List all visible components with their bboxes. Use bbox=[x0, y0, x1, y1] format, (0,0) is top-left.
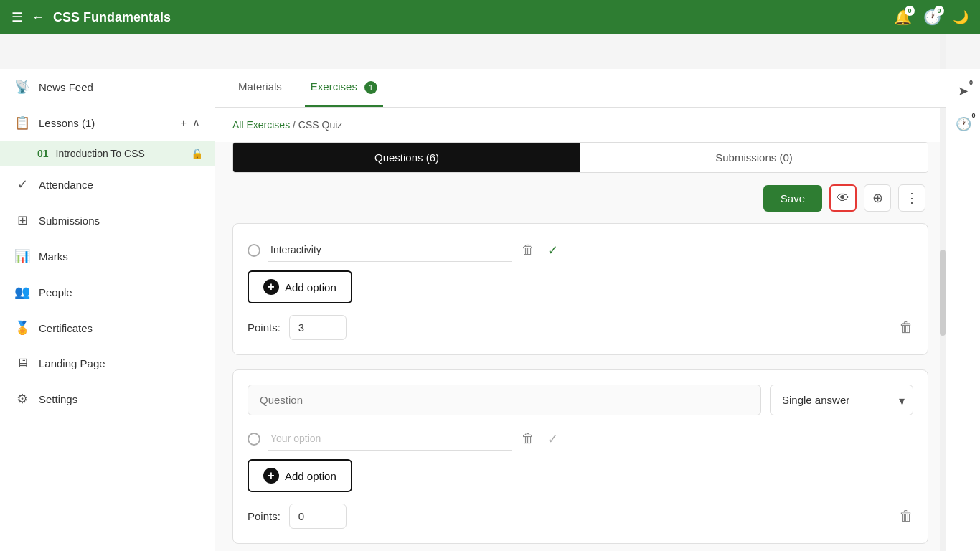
people-icon: 👥 bbox=[14, 284, 30, 300]
sidebar-attendance-label: Attendance bbox=[39, 179, 200, 191]
lessons-add-icon[interactable]: + bbox=[180, 116, 187, 129]
add-option-button-2[interactable]: + Add option bbox=[248, 459, 352, 492]
save-button[interactable]: Save bbox=[763, 185, 822, 212]
lesson-sub-item[interactable]: 01 Introduction To CSS 🔒 bbox=[0, 141, 215, 166]
answer-type-wrapper-2: Single answer Multiple answer Short answ… bbox=[770, 385, 913, 415]
add-option-plus-icon-2: + bbox=[263, 468, 279, 484]
questions-area: Questions (6) Submissions (0) Save 👁 ⊕ ⋮ bbox=[215, 142, 946, 551]
eye-icon: 👁 bbox=[837, 191, 849, 206]
points-row-2: Points: 🗑 bbox=[248, 504, 913, 529]
more-options-button[interactable]: ⋮ bbox=[898, 184, 925, 212]
submissions-tab-btn[interactable]: Submissions (0) bbox=[580, 143, 928, 172]
landing-page-icon: 🖥 bbox=[14, 356, 30, 371]
lock-icon: 🔒 bbox=[191, 148, 203, 159]
theme-toggle-icon[interactable]: 🌙 bbox=[953, 9, 969, 25]
points-label-1: Points: bbox=[248, 321, 281, 334]
lessons-controls: + ∧ bbox=[180, 116, 200, 129]
lessons-icon: 📋 bbox=[14, 115, 30, 131]
delete-option-1-btn[interactable]: 🗑 bbox=[519, 240, 537, 260]
preview-button[interactable]: 👁 bbox=[829, 184, 857, 212]
option-radio-2[interactable] bbox=[248, 433, 260, 446]
correct-option-2-btn[interactable]: ✓ bbox=[545, 428, 561, 450]
sidebar-item-landing-page[interactable]: 🖥 Landing Page bbox=[0, 346, 215, 381]
sidebar-marks-label: Marks bbox=[39, 250, 200, 263]
points-row-1: Points: 🗑 bbox=[248, 315, 913, 340]
lessons-label: Lessons (1) bbox=[39, 117, 180, 129]
delete-option-2-btn[interactable]: 🗑 bbox=[519, 428, 537, 449]
tabs-bar: Materials Exercises 1 bbox=[215, 69, 946, 108]
correct-option-1-btn[interactable]: ✓ bbox=[545, 240, 561, 261]
breadcrumb-current: CSS Quiz bbox=[298, 119, 342, 131]
tab-materials[interactable]: Materials bbox=[232, 69, 288, 107]
menu-icon[interactable]: ☰ bbox=[11, 9, 23, 25]
rp-send-icon[interactable]: ➤ 0 bbox=[952, 77, 974, 105]
topbar-right: 🔔 0 🕐 0 🌙 bbox=[894, 9, 969, 26]
points-input-2[interactable] bbox=[289, 504, 347, 529]
sidebar-item-attendance[interactable]: ✓ Attendance bbox=[0, 166, 215, 202]
option-radio-1[interactable] bbox=[248, 244, 260, 257]
delete-question-1-btn[interactable]: 🗑 bbox=[899, 319, 913, 336]
rp-send-badge: 0 bbox=[969, 79, 973, 86]
qs-toggle: Questions (6) Submissions (0) bbox=[232, 142, 928, 173]
sidebar-item-certificates[interactable]: 🏅 Certificates bbox=[0, 310, 215, 346]
question-card-2: Single answer Multiple answer Short answ… bbox=[232, 369, 928, 544]
scrollbar-thumb[interactable] bbox=[940, 250, 946, 336]
clock-icon: 🕐 bbox=[956, 116, 971, 132]
add-option-label-1: Add option bbox=[285, 281, 336, 293]
back-icon[interactable]: ← bbox=[32, 10, 44, 25]
breadcrumb-all-exercises[interactable]: All Exercises bbox=[232, 119, 290, 131]
plus-circle-icon: ⊕ bbox=[872, 190, 883, 206]
option-input-1[interactable] bbox=[268, 238, 512, 262]
question-input-row-2: Single answer Multiple answer Short answ… bbox=[248, 385, 913, 415]
history-count: 0 bbox=[934, 6, 944, 16]
add-option-plus-icon-1: + bbox=[263, 279, 279, 295]
lessons-collapse-icon[interactable]: ∧ bbox=[192, 116, 200, 129]
lesson-sub-label: Introduction To CSS bbox=[56, 148, 145, 159]
sidebar-item-label: News Feed bbox=[39, 81, 200, 93]
points-input-1[interactable] bbox=[289, 315, 347, 340]
rp-clock-icon[interactable]: 🕐 0 bbox=[950, 110, 977, 138]
sidebar-item-people[interactable]: 👥 People bbox=[0, 274, 215, 310]
delete-question-2-btn[interactable]: 🗑 bbox=[899, 508, 913, 524]
option-input-2[interactable] bbox=[268, 427, 512, 451]
settings-icon: ⚙ bbox=[14, 391, 30, 407]
certificates-icon: 🏅 bbox=[14, 320, 30, 336]
question-input-2[interactable] bbox=[248, 385, 761, 415]
sidebar-settings-label: Settings bbox=[39, 393, 200, 405]
send-icon: ➤ bbox=[958, 83, 969, 99]
sidebar-item-marks[interactable]: 📊 Marks bbox=[0, 238, 215, 274]
points-label-2: Points: bbox=[248, 510, 281, 522]
marks-icon: 📊 bbox=[14, 248, 30, 264]
news-feed-icon: 📡 bbox=[14, 79, 30, 95]
question-card-1: 🗑 ✓ + Add option Points: 🗑 bbox=[232, 223, 928, 355]
sidebar-people-label: People bbox=[39, 286, 200, 298]
topbar: ☰ ← CSS Fundamentals 🔔 0 🕐 0 🌙 bbox=[0, 0, 980, 34]
main-content: Materials Exercises 1 All Exercises / CS… bbox=[215, 69, 946, 551]
tab-exercises[interactable]: Exercises 1 bbox=[305, 69, 383, 107]
topbar-title: CSS Fundamentals bbox=[53, 10, 171, 25]
option-row-2: 🗑 ✓ bbox=[248, 427, 913, 451]
sidebar-item-submissions[interactable]: ⊞ Submissions bbox=[0, 202, 215, 238]
history-icon-wrapper[interactable]: 🕐 0 bbox=[923, 9, 941, 26]
add-question-button[interactable]: ⊕ bbox=[864, 184, 891, 212]
sidebar-item-news-feed[interactable]: 📡 News Feed bbox=[0, 69, 215, 105]
questions-tab-btn[interactable]: Questions (6) bbox=[233, 143, 580, 172]
scrollbar-track bbox=[940, 34, 946, 551]
submissions-icon: ⊞ bbox=[14, 212, 30, 228]
sidebar-landing-label: Landing Page bbox=[39, 357, 200, 369]
more-icon: ⋮ bbox=[905, 190, 918, 206]
right-panel: ➤ 0 🕐 0 bbox=[946, 69, 980, 551]
sidebar-item-lessons[interactable]: 📋 Lessons (1) + ∧ bbox=[0, 105, 215, 141]
notification-bell[interactable]: 🔔 0 bbox=[894, 9, 912, 26]
add-option-button-1[interactable]: + Add option bbox=[248, 270, 352, 303]
breadcrumb-sep: / bbox=[293, 119, 296, 131]
answer-type-select-2[interactable]: Single answer Multiple answer Short answ… bbox=[770, 385, 913, 415]
sidebar-item-settings[interactable]: ⚙ Settings bbox=[0, 381, 215, 417]
option-row-1: 🗑 ✓ bbox=[248, 238, 913, 262]
rp-clock-badge: 0 bbox=[971, 112, 975, 119]
lesson-num: 01 bbox=[37, 148, 49, 159]
toolbar: Save 👁 ⊕ ⋮ bbox=[232, 184, 928, 212]
breadcrumb: All Exercises / CSS Quiz bbox=[215, 108, 946, 142]
sidebar-submissions-label: Submissions bbox=[39, 215, 200, 227]
add-option-label-2: Add option bbox=[285, 470, 336, 482]
